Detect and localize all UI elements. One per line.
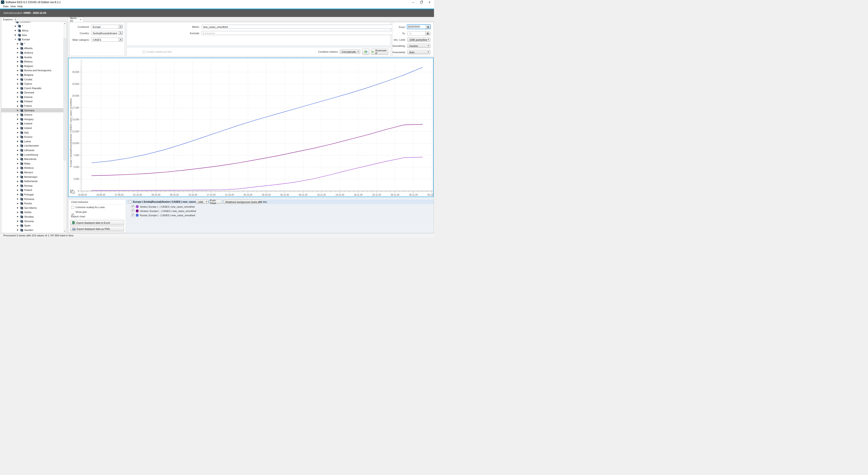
expand-arrow-icon[interactable]: ▶ <box>14 25 17 27</box>
tree-item-andorra[interactable]: ▶Andorra <box>1 51 63 55</box>
scroll-up-icon[interactable]: ▲ <box>63 22 66 25</box>
expand-arrow-icon[interactable]: ▶ <box>17 154 19 156</box>
expand-arrow-icon[interactable]: ▶ <box>17 171 19 173</box>
expand-arrow-icon[interactable]: ▶ <box>17 189 19 191</box>
expand-arrow-icon[interactable]: ▶ <box>17 140 19 142</box>
tree-item-monaco[interactable]: ▶Monaco <box>1 170 63 175</box>
tab-explorer[interactable]: Explorer ✕ <box>1 17 16 22</box>
tree-item-europe[interactable]: ▼Europe <box>1 37 63 41</box>
tree-item-belarus[interactable]: ▶Belarus <box>1 59 63 64</box>
tree-item-italy[interactable]: ▶Italy <box>1 130 63 135</box>
vec-limit-select[interactable]: 100K points/line <box>407 37 430 42</box>
line-type-select[interactable]: LINE <box>196 200 209 204</box>
tree-item-france[interactable]: ▶France <box>1 103 63 108</box>
tree-item-montenegro[interactable]: ▶Montenegro <box>1 175 63 179</box>
expand-arrow-icon[interactable]: ▶ <box>17 74 19 76</box>
tab-metric-close-icon[interactable]: ✕ <box>80 18 82 21</box>
enable-additional-filter-checkbox[interactable] <box>143 51 145 53</box>
tree-item-croatia[interactable]: ▶Croatia <box>1 77 63 82</box>
chevron-down-icon[interactable]: ▼ <box>119 25 123 28</box>
tree-item-luxembourg[interactable]: ▶Luxembourg <box>1 152 63 157</box>
continent-select[interactable]: Europe ▼ <box>91 25 123 29</box>
bookmark-button[interactable]: ★ B Bookmark it! <box>371 49 388 55</box>
expand-arrow-icon[interactable]: ▶ <box>17 83 19 85</box>
tree-item-estonia[interactable]: ▶Estonia <box>1 95 63 99</box>
expand-arrow-icon[interactable]: ▶ <box>17 92 19 94</box>
expand-arrow-icon[interactable]: ▶ <box>17 158 19 160</box>
expand-arrow-icon[interactable]: ▶ <box>17 194 19 196</box>
expand-arrow-icon[interactable]: ▶ <box>17 52 19 54</box>
expand-arrow-icon[interactable]: ▶ <box>17 136 19 138</box>
tree-item-ireland[interactable]: ▶Ireland <box>1 126 63 130</box>
tree-item-slovakia[interactable]: ▶Slovakia <box>1 214 63 219</box>
refresh-button[interactable]: ⟳ ✔ <box>362 49 369 55</box>
expand-arrow-icon[interactable]: ▶ <box>17 203 19 205</box>
menu-view[interactable]: View <box>9 5 17 8</box>
expand-arrow-icon[interactable]: ▶ <box>17 149 19 151</box>
tree-item-denmark[interactable]: ▶Denmark <box>1 90 63 95</box>
tree-item-portugal[interactable]: ▶Portugal <box>1 192 63 197</box>
chevron-down-icon[interactable]: ▼ <box>119 31 123 35</box>
tree-item-spain[interactable]: ▶Spain <box>1 223 63 228</box>
tree-item-asia[interactable]: ▶Asia <box>1 33 63 37</box>
expand-arrow-icon[interactable]: ▶ <box>17 100 19 102</box>
expand-arrow-icon[interactable]: ▶ <box>14 29 17 31</box>
tree-item-africa[interactable]: ▶Africa <box>1 28 63 33</box>
tree-item-czech-republic[interactable]: ▶Czech Republic <box>1 86 63 90</box>
common-scaling-checkbox[interactable] <box>71 206 74 209</box>
close-button[interactable]: ✕ <box>426 1 433 4</box>
expand-arrow-icon[interactable]: ▶ <box>17 43 19 45</box>
chart-canvas[interactable]: 02,5005,0007,50010,00012,50015,00017,500… <box>68 58 433 197</box>
tab-metric[interactable]: Metric (0) ✕ <box>68 17 84 22</box>
tree-item--[interactable]: ▶* <box>1 41 63 46</box>
expand-arrow-icon[interactable]: ▶ <box>17 118 19 120</box>
tree-item-iceland[interactable]: ▶Iceland <box>1 121 63 126</box>
tree-item-malta[interactable]: ▶Malta <box>1 161 63 166</box>
tree-item-belgium[interactable]: ▶Belgium <box>1 64 63 68</box>
main-category-select[interactable]: CASES ▼ <box>91 37 123 41</box>
relativize-select[interactable]: Relativize background charts with this <box>223 200 261 204</box>
tree-item-germany[interactable]: ▶Germany <box>1 108 63 113</box>
expand-arrow-icon[interactable]: ▶ <box>17 65 19 67</box>
expand-arrow-icon[interactable]: ▶ <box>17 127 19 129</box>
from-date-field[interactable]: 9/20/2020 ▦ <box>407 24 431 29</box>
to-date-field[interactable]: To ▦ <box>407 31 430 35</box>
tree-item-macedonia[interactable]: ▶Macedonia <box>1 157 63 161</box>
tree-item-moldova[interactable]: ▶Moldova <box>1 166 63 170</box>
tree-scrollbar-thumb[interactable] <box>64 38 66 160</box>
restore-button[interactable] <box>418 1 424 4</box>
tree-item-sweden[interactable]: ▶Sweden <box>1 228 63 232</box>
expand-arrow-icon[interactable]: ▶ <box>17 87 19 89</box>
expand-arrow-icon[interactable]: ▶ <box>17 207 19 209</box>
expand-arrow-icon[interactable]: ▶ <box>17 123 19 125</box>
expand-arrow-icon[interactable]: ▶ <box>17 167 19 169</box>
tree-item-liechtenstein[interactable]: ▶Liechtenstein <box>1 144 63 148</box>
legend-item-checkbox[interactable] <box>131 214 134 217</box>
minimize-button[interactable]: — <box>410 1 416 4</box>
legend-item-checkbox[interactable] <box>131 205 134 208</box>
tree-item-hungary[interactable]: ▶Hungary <box>1 117 63 121</box>
tab-explorer-close-icon[interactable]: ✕ <box>14 18 16 21</box>
expand-arrow-icon[interactable]: ▶ <box>17 96 19 98</box>
tree-item-russia[interactable]: ▶Russia <box>1 201 63 206</box>
expand-arrow-icon[interactable]: ▶ <box>17 56 19 58</box>
calendar-icon[interactable]: ▦ <box>426 25 430 29</box>
legend-item-checkbox[interactable] <box>131 209 134 212</box>
chevron-down-icon[interactable]: ▼ <box>119 38 123 41</box>
push-chart-button[interactable]: Push Chart <box>210 200 222 204</box>
tree-item-slovenia[interactable]: ▶Slovenia <box>1 219 63 224</box>
tree-item-lithuania[interactable]: ▶Lithuania <box>1 148 63 152</box>
tree-item-serbia[interactable]: ▶Serbia <box>1 210 63 215</box>
tree-item-finland[interactable]: ▶Finland <box>1 99 63 104</box>
expand-arrow-icon[interactable]: ▶ <box>17 229 19 231</box>
expand-arrow-icon[interactable]: ▶ <box>17 211 19 213</box>
tree-item-san-marino[interactable]: ▶San Marino <box>1 206 63 210</box>
expand-arrow-icon[interactable]: ▶ <box>14 34 17 36</box>
expand-arrow-icon[interactable]: ▶ <box>17 114 19 116</box>
expand-arrow-icon[interactable]: ▶ <box>17 225 19 227</box>
export-png-button[interactable]: PNG Export displayed data as PNG <box>70 226 124 231</box>
tree-item-continent[interactable]: ▼Continent <box>1 22 63 24</box>
menu-help[interactable]: Help <box>17 5 24 8</box>
expand-arrow-icon[interactable]: ▶ <box>17 105 19 107</box>
tree-item-bulgaria[interactable]: ▶Bulgaria <box>1 72 63 77</box>
